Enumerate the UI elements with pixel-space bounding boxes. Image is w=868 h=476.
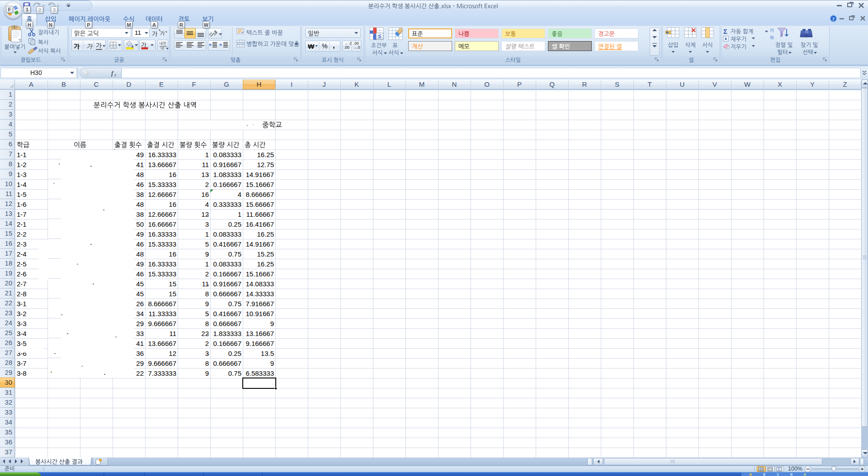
svg-text:.00: .00 xyxy=(344,45,349,50)
svg-text:f: f xyxy=(111,70,114,77)
svg-text:%: % xyxy=(322,42,327,50)
svg-text:Σ: Σ xyxy=(723,28,727,35)
svg-text:?: ? xyxy=(832,16,835,22)
svg-text:x: x xyxy=(114,72,117,77)
svg-text:→.0: →.0 xyxy=(353,45,360,50)
svg-text:,: , xyxy=(333,41,335,50)
svg-text:₩: ₩ xyxy=(308,42,315,50)
